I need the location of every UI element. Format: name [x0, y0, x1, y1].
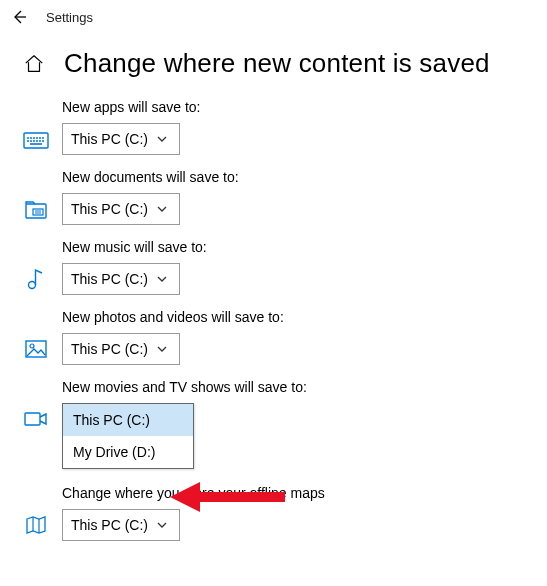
apps-icon: [22, 127, 50, 151]
photos-icon: [22, 337, 50, 361]
maps-icon: [22, 513, 50, 537]
dropdown-option-this-pc[interactable]: This PC (C:): [63, 404, 193, 436]
section-music: New music will save to: This PC (C:): [22, 239, 537, 295]
dropdown-movies[interactable]: This PC (C:) My Drive (D:): [62, 403, 180, 435]
window-title: Settings: [46, 10, 93, 25]
dropdown-maps[interactable]: This PC (C:): [62, 509, 180, 541]
dropdown-documents[interactable]: This PC (C:): [62, 193, 180, 225]
svg-rect-22: [25, 413, 40, 425]
section-movies: New movies and TV shows will save to: Th…: [22, 379, 537, 435]
music-icon: [22, 267, 50, 291]
svg-rect-16: [33, 209, 43, 215]
label-maps: Change where you store your offline maps: [62, 485, 537, 501]
dropdown-music-value: This PC (C:): [71, 271, 148, 287]
movies-icon: [22, 407, 50, 431]
content-area: New apps will save to:: [0, 87, 547, 541]
dropdown-photos[interactable]: This PC (C:): [62, 333, 180, 365]
page-title: Change where new content is saved: [64, 48, 490, 79]
titlebar: Settings: [0, 0, 547, 30]
chevron-down-icon: [156, 519, 168, 531]
section-maps: Change where you store your offline maps…: [22, 485, 537, 541]
section-apps: New apps will save to:: [22, 99, 537, 155]
dropdown-movies-listbox: This PC (C:) My Drive (D:): [62, 403, 194, 469]
page-header: Change where new content is saved: [0, 30, 547, 87]
svg-point-21: [30, 344, 34, 348]
dropdown-option-my-drive[interactable]: My Drive (D:): [63, 436, 193, 468]
chevron-down-icon: [156, 133, 168, 145]
dropdown-documents-value: This PC (C:): [71, 201, 148, 217]
label-documents: New documents will save to:: [62, 169, 537, 185]
chevron-down-icon: [156, 343, 168, 355]
back-button[interactable]: [10, 8, 28, 26]
section-documents: New documents will save to: This PC (C:): [22, 169, 537, 225]
chevron-down-icon: [156, 203, 168, 215]
back-arrow-icon: [11, 9, 27, 25]
home-icon: [23, 53, 45, 75]
home-button[interactable]: [22, 53, 46, 75]
dropdown-apps[interactable]: This PC (C:): [62, 123, 180, 155]
svg-point-19: [29, 282, 36, 289]
dropdown-music[interactable]: This PC (C:): [62, 263, 180, 295]
label-music: New music will save to:: [62, 239, 537, 255]
dropdown-photos-value: This PC (C:): [71, 341, 148, 357]
dropdown-apps-value: This PC (C:): [71, 131, 148, 147]
label-movies: New movies and TV shows will save to:: [62, 379, 537, 395]
chevron-down-icon: [156, 273, 168, 285]
documents-icon: [22, 197, 50, 221]
label-apps: New apps will save to:: [62, 99, 537, 115]
label-photos: New photos and videos will save to:: [62, 309, 537, 325]
dropdown-maps-value: This PC (C:): [71, 517, 148, 533]
section-photos: New photos and videos will save to: This…: [22, 309, 537, 365]
